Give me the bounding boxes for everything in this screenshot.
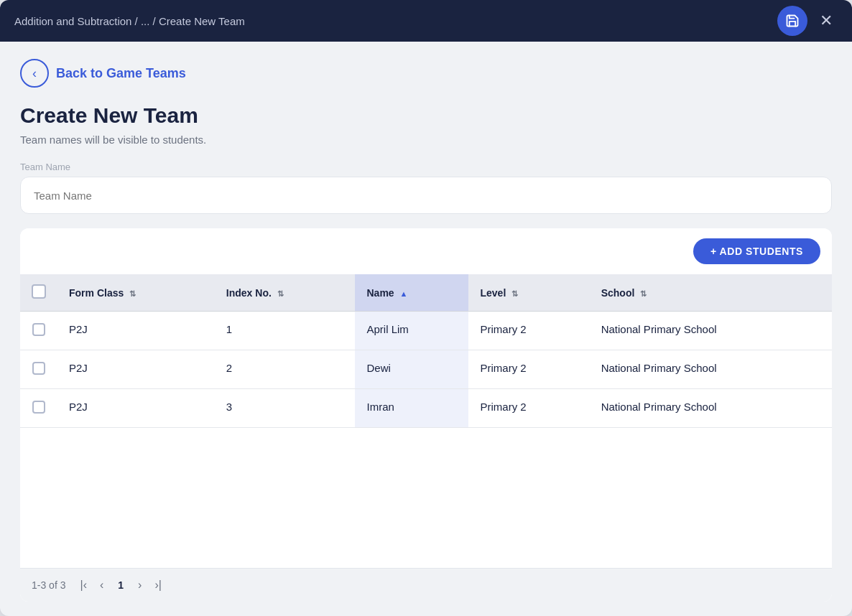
header-checkbox — [20, 274, 57, 312]
row-select-checkbox[interactable] — [32, 362, 45, 375]
save-button[interactable] — [777, 6, 807, 36]
row-index-no: 1 — [215, 312, 356, 350]
row-name: Imran — [355, 389, 468, 428]
students-table: Form Class ⇅ Index No. ⇅ Name ▲ Level ⇅ — [20, 274, 832, 428]
table-header-row: Form Class ⇅ Index No. ⇅ Name ▲ Level ⇅ — [20, 274, 832, 312]
back-arrow-icon: ‹ — [20, 59, 49, 88]
students-table-container: + ADD STUDENTS Form Class ⇅ — [20, 228, 832, 602]
table-row: P2J 3 Imran Primary 2 National Primary S… — [20, 389, 832, 428]
row-name: Dewi — [355, 350, 468, 389]
sort-icon-form-class: ⇅ — [129, 289, 136, 299]
row-name: April Lim — [355, 312, 468, 350]
table-row: P2J 1 April Lim Primary 2 National Prima… — [20, 312, 832, 350]
team-name-input[interactable] — [20, 177, 832, 214]
sort-icon-school: ⇅ — [640, 289, 647, 299]
pagination-current-page: 1 — [114, 579, 128, 591]
pagination-summary: 1-3 of 3 — [32, 579, 65, 591]
row-form-class: P2J — [57, 350, 215, 389]
page-title: Create New Team — [20, 103, 832, 128]
row-school: National Primary School — [590, 350, 832, 389]
add-students-label: + ADD STUDENTS — [710, 246, 803, 257]
row-index-no: 2 — [215, 350, 356, 389]
close-button[interactable]: ✕ — [815, 9, 838, 32]
row-checkbox — [20, 389, 57, 428]
pagination-first-button[interactable]: |‹ — [77, 577, 89, 593]
row-level: Primary 2 — [468, 389, 589, 428]
header-level[interactable]: Level ⇅ — [468, 274, 589, 312]
breadcrumb: Addition and Subtraction / ... / Create … — [14, 15, 245, 27]
row-school: National Primary School — [590, 312, 832, 350]
pagination-last-button[interactable]: ›| — [152, 577, 164, 593]
table-footer: 1-3 of 3 |‹ ‹ 1 › ›| — [20, 568, 832, 602]
row-checkbox — [20, 350, 57, 389]
table-row: P2J 2 Dewi Primary 2 National Primary Sc… — [20, 350, 832, 389]
header-school[interactable]: School ⇅ — [590, 274, 832, 312]
row-select-checkbox[interactable] — [32, 323, 45, 336]
header-form-class[interactable]: Form Class ⇅ — [57, 274, 215, 312]
row-form-class: P2J — [57, 389, 215, 428]
row-select-checkbox[interactable] — [32, 401, 45, 414]
row-level: Primary 2 — [468, 312, 589, 350]
team-name-label: Team Name — [20, 162, 832, 172]
sort-icon-level: ⇅ — [511, 289, 518, 299]
pagination-next-button[interactable]: › — [135, 577, 144, 593]
titlebar-actions: ✕ — [777, 6, 838, 36]
row-level: Primary 2 — [468, 350, 589, 389]
row-school: National Primary School — [590, 389, 832, 428]
row-index-no: 3 — [215, 389, 356, 428]
row-form-class: P2J — [57, 312, 215, 350]
page-subtitle: Team names will be visible to students. — [20, 134, 832, 146]
back-link-label: Back to Game Teams — [56, 66, 186, 81]
app-window: Addition and Subtraction / ... / Create … — [0, 0, 852, 616]
header-index-no[interactable]: Index No. ⇅ — [215, 274, 356, 312]
main-content: ‹ Back to Game Teams Create New Team Tea… — [0, 42, 852, 616]
titlebar: Addition and Subtraction / ... / Create … — [0, 0, 852, 42]
table-toolbar: + ADD STUDENTS — [20, 228, 832, 274]
table-wrap: Form Class ⇅ Index No. ⇅ Name ▲ Level ⇅ — [20, 274, 832, 568]
sort-icon-name: ▲ — [400, 289, 408, 298]
sort-icon-index-no: ⇅ — [277, 289, 284, 299]
add-students-button[interactable]: + ADD STUDENTS — [693, 238, 820, 264]
row-checkbox — [20, 312, 57, 350]
back-link[interactable]: ‹ Back to Game Teams — [20, 59, 832, 88]
pagination-prev-button[interactable]: ‹ — [97, 577, 106, 593]
select-all-checkbox[interactable] — [32, 284, 46, 299]
header-name[interactable]: Name ▲ — [355, 274, 468, 312]
